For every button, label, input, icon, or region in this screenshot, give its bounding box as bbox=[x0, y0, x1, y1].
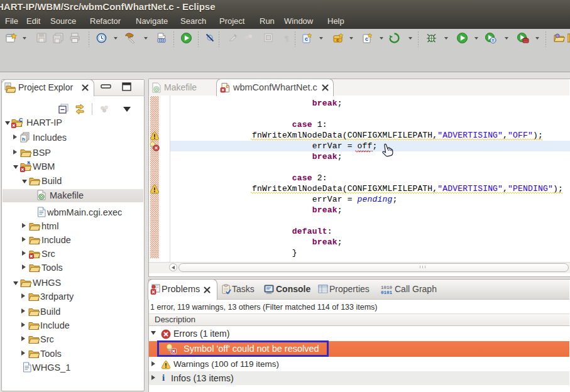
svg-text:c: c bbox=[226, 84, 229, 89]
svg-text:¶: ¶ bbox=[284, 33, 288, 43]
svg-text:0101: 0101 bbox=[381, 290, 392, 295]
svg-text:c: c bbox=[305, 36, 308, 42]
svg-text:C: C bbox=[19, 117, 23, 123]
svg-text:c: c bbox=[365, 36, 368, 42]
svg-text:c: c bbox=[336, 37, 339, 43]
svg-text:h: h bbox=[22, 136, 25, 142]
svg-text:010: 010 bbox=[158, 38, 164, 42]
